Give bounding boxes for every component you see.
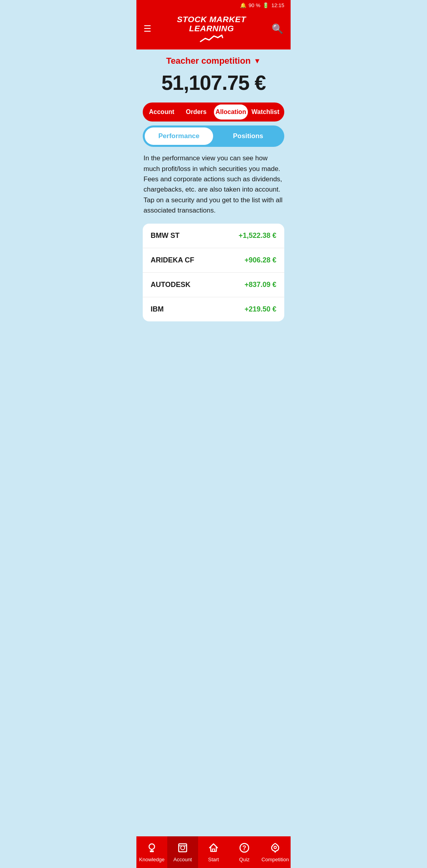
balance-amount: 51,107.75 € bbox=[161, 71, 266, 94]
battery-text: 90 % bbox=[249, 2, 261, 8]
app-title-block: STOCK MARKET LEARNING bbox=[177, 15, 246, 43]
table-row[interactable]: ARIDEKA CF +906.28 € bbox=[143, 248, 284, 273]
table-row[interactable]: BMW ST +1,522.38 € bbox=[143, 224, 284, 248]
status-bar: 🔔 90 % 🔋 12:15 bbox=[136, 0, 291, 11]
security-value-arideka: +906.28 € bbox=[244, 256, 276, 264]
dropdown-arrow-icon: ▼ bbox=[254, 57, 261, 65]
app-title-line1: STOCK MARKET LEARNING bbox=[177, 15, 246, 33]
menu-icon[interactable]: ☰ bbox=[144, 25, 151, 33]
tab-performance[interactable]: Performance bbox=[145, 127, 213, 145]
table-row[interactable]: IBM +219.50 € bbox=[143, 297, 284, 321]
competition-selector[interactable]: Teacher competition ▼ bbox=[143, 56, 284, 66]
performance-description: In the performance view you can see how … bbox=[143, 153, 284, 216]
table-row[interactable]: AUTODESK +837.09 € bbox=[143, 273, 284, 297]
competition-selector-label[interactable]: Teacher competition bbox=[166, 56, 251, 66]
security-name-bmw: BMW ST bbox=[151, 232, 179, 240]
app-header: ☰ STOCK MARKET LEARNING 🔍 bbox=[136, 11, 291, 49]
search-icon[interactable]: 🔍 bbox=[272, 23, 283, 34]
bell-icon: 🔔 bbox=[240, 2, 246, 8]
tab-account[interactable]: Account bbox=[145, 104, 179, 120]
balance-display: 51,107.75 € bbox=[143, 71, 284, 95]
header-logo-chart bbox=[177, 34, 246, 43]
battery-icon: 🔋 bbox=[263, 2, 269, 8]
security-value-bmw: +1,522.38 € bbox=[238, 232, 276, 240]
tab-allocation[interactable]: Allocation bbox=[214, 104, 248, 120]
security-value-ibm: +219.50 € bbox=[244, 305, 276, 313]
security-name-arideka: ARIDEKA CF bbox=[151, 256, 194, 264]
tab-orders[interactable]: Orders bbox=[179, 104, 214, 120]
security-value-autodesk: +837.09 € bbox=[244, 281, 276, 289]
time-display: 12:15 bbox=[271, 2, 284, 8]
main-content: Teacher competition ▼ 51,107.75 € Accoun… bbox=[136, 49, 291, 361]
tab-watchlist[interactable]: Watchlist bbox=[249, 104, 283, 120]
security-name-ibm: IBM bbox=[151, 305, 164, 313]
sub-tabs-row: Performance Positions bbox=[143, 125, 284, 147]
securities-list: BMW ST +1,522.38 € ARIDEKA CF +906.28 € … bbox=[143, 224, 284, 321]
tab-positions[interactable]: Positions bbox=[214, 127, 282, 145]
security-name-autodesk: AUTODESK bbox=[151, 281, 191, 289]
main-tabs-row: Account Orders Allocation Watchlist bbox=[143, 103, 284, 122]
